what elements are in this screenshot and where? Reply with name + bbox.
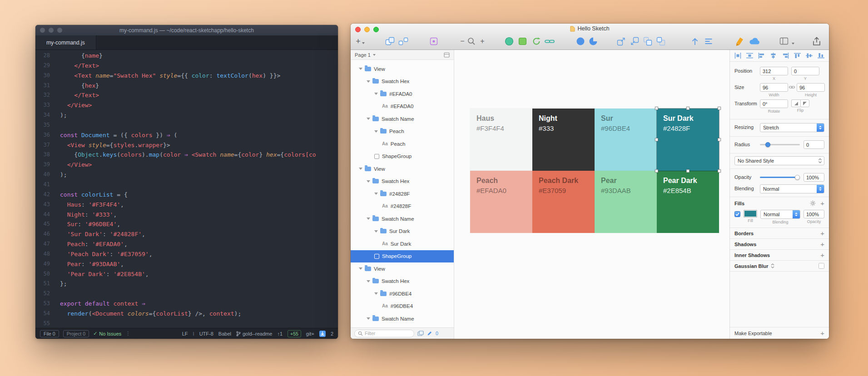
code-line[interactable]: const colorList = { [60,190,338,200]
disclosure-triangle-icon[interactable] [367,118,370,120]
layer-row-sur-dark[interactable]: AaSur Dark [351,237,454,250]
close-button[interactable] [355,27,361,32]
align-top-icon[interactable] [794,53,801,59]
layer-row-peach[interactable]: Peach [351,125,454,138]
encoding-indicator[interactable]: UTF-8 [199,331,213,336]
export-share-button[interactable] [811,35,822,48]
collapse-layers-button[interactable] [703,35,714,48]
code-line[interactable] [60,120,338,130]
layer-row--96dbe4[interactable]: #96DBE4 [351,287,454,300]
resize-handle-se[interactable] [718,169,721,173]
disclosure-triangle-icon[interactable] [367,218,370,220]
code-line[interactable]: {hex} [60,81,338,91]
add-border-button[interactable]: + [820,230,824,237]
layer-row--efada0[interactable]: Aa#EFADA0 [351,100,454,113]
blur-type-stepper-icon[interactable] [771,263,774,268]
disclosure-triangle-icon[interactable] [367,180,370,183]
fill-enabled-checkbox[interactable] [734,211,740,217]
radius-slider-knob[interactable] [765,142,770,147]
line-ending-indicator[interactable]: LF [182,331,188,336]
bring-to-front-button[interactable] [642,35,653,48]
swatch-pear-dark[interactable]: Pear Dark#2E854B [657,171,719,233]
layer-row-swatch-hex[interactable]: Swatch Hex [351,275,454,288]
rotate-tool-button[interactable] [531,35,542,48]
github-icon[interactable] [319,331,326,337]
ungroup-button[interactable] [398,35,409,48]
git-ahead-indicator[interactable]: ↑1 [277,331,283,336]
code-line[interactable]: <View style={styles.wrapper}> [60,140,338,150]
git-label[interactable]: git+ [306,331,314,336]
pencil-tool-button[interactable] [735,35,746,48]
code-line[interactable]: 'Sur Dark': '#24828F', [60,229,338,239]
y-input[interactable]: 0 [791,67,819,75]
resizing-dropdown[interactable]: Stretch [760,123,824,132]
disclosure-triangle-icon[interactable] [374,292,378,295]
create-symbol-button[interactable] [428,35,439,48]
view-options-button[interactable] [779,35,794,48]
code-line[interactable]: render(<Document colors={colorList} />, … [60,309,338,319]
project-issues-chip[interactable]: Project 0 [63,330,89,337]
add-shadow-button[interactable]: + [820,241,824,247]
height-input[interactable]: 96 [797,83,825,92]
oval-tool-button[interactable] [504,35,515,48]
code-line[interactable]: Sur: '#96DBE4', [60,219,338,229]
swatch-night[interactable]: Night#333 [532,109,595,171]
zoom-tool-button[interactable] [466,35,477,48]
layer-row-swatch-name[interactable]: Swatch Name [351,312,454,325]
layer-row--efada0[interactable]: #EFADA0 [351,88,454,100]
code-line[interactable]: ); [60,170,338,180]
pages-icon[interactable] [417,331,424,336]
send-to-back-button[interactable] [655,35,666,48]
flip-vertical-button[interactable] [800,99,809,107]
code-line[interactable] [60,319,338,328]
radius-slider[interactable] [760,144,800,145]
align-middle-vertical-icon[interactable] [806,53,813,59]
swatch-peach[interactable]: Peach#EFADA0 [470,171,532,233]
editor-titlebar[interactable]: my-command.js — ~/code/react-sketchapp/h… [35,25,338,35]
disclosure-triangle-icon[interactable] [359,168,362,170]
layer-row--96dbe4[interactable]: Aa#96DBE4 [351,300,454,313]
code-line[interactable]: ); [60,110,338,120]
code-line[interactable]: </Text> [60,90,338,100]
filter-input[interactable]: Filter [354,330,414,337]
layer-row-peach[interactable]: AaPeach [351,138,454,150]
layer-row--24828f[interactable]: Aa#24828F [351,200,454,213]
flip-horizontal-button[interactable] [791,99,800,107]
x-input[interactable]: 312 [760,67,788,75]
move-up-button[interactable] [689,35,700,48]
zoom-button[interactable] [57,28,62,33]
swatch-pear[interactable]: Pear#93DAAB [595,171,657,233]
layer-row-shapegroup[interactable]: ShapeGroup [351,150,454,163]
disclosure-triangle-icon[interactable] [374,193,378,195]
disclosure-triangle-icon[interactable] [374,230,378,233]
rect-tool-button[interactable] [517,35,528,48]
width-input[interactable]: 96 [760,83,788,92]
insert-button[interactable]: + [355,35,366,48]
fullscreen-button[interactable] [373,27,379,32]
resize-handle-ne[interactable] [718,107,721,110]
code-line[interactable]: </View> [60,100,338,110]
swatch-sur-dark[interactable]: Sur Dark#24828F [657,109,719,171]
code-line[interactable]: }; [60,279,338,289]
swatch-haus[interactable]: Haus#F3F4F4 [470,109,532,171]
layer-row-swatch-hex[interactable]: Swatch Hex [351,75,454,88]
code-lines[interactable]: {name} </Text> <Text name="Swatch Hex" s… [55,51,338,328]
git-diff-chip[interactable]: +55 [288,330,301,337]
disclosure-triangle-icon[interactable] [367,317,370,320]
pencil-icon[interactable] [427,331,432,336]
align-bottom-icon[interactable] [818,53,824,59]
resize-handle-n[interactable] [686,107,689,110]
align-left-icon[interactable] [758,53,765,59]
align-right-icon[interactable] [782,53,789,59]
code-line[interactable]: </View> [60,160,338,170]
resize-handle-w[interactable] [655,138,658,141]
distribute-vertical-icon[interactable] [746,53,753,59]
disclosure-triangle-icon[interactable] [374,130,378,133]
link-tool-button[interactable] [544,35,555,48]
layer-row-view[interactable]: View [351,262,454,275]
code-line[interactable] [60,289,338,299]
minimize-button[interactable] [49,28,54,33]
code-line[interactable]: Peach: '#EFADA0', [60,239,338,249]
page-selector[interactable]: Page 1 [351,50,454,60]
union-tool-button[interactable] [575,35,586,48]
